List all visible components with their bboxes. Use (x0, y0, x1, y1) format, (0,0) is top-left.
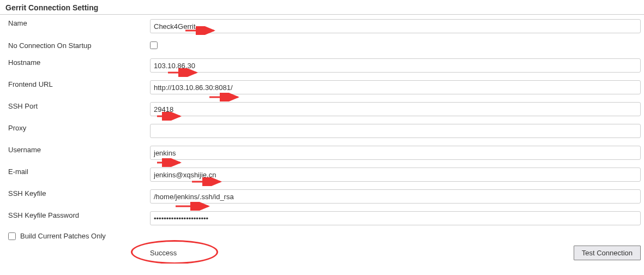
input-ssh-port[interactable] (150, 102, 641, 116)
checkbox-no-conn-startup[interactable] (150, 41, 158, 49)
label-email: E-mail (0, 168, 150, 176)
label-no-conn-startup: No Connection On Startup (0, 41, 150, 50)
label-proxy: Proxy (0, 124, 150, 132)
label-ssh-keyfile-pw: SSH Keyfile Password (0, 211, 150, 219)
form-table: Name No Connection On Startup Hostname F… (0, 15, 644, 264)
input-hostname[interactable] (150, 58, 641, 73)
label-frontend-url: Frontend URL (0, 80, 150, 88)
label-build-current: Build Current Patches Only (20, 232, 106, 240)
input-ssh-keyfile-pw[interactable] (150, 211, 641, 225)
label-username: Username (0, 146, 150, 154)
label-hostname: Hostname (0, 58, 150, 67)
status-text: Success (150, 249, 177, 257)
input-username[interactable] (150, 146, 641, 160)
input-ssh-keyfile[interactable] (150, 189, 641, 204)
label-ssh-port: SSH Port (0, 102, 150, 110)
input-email[interactable] (150, 168, 641, 182)
label-name: Name (0, 19, 150, 27)
checkbox-build-current[interactable] (8, 232, 16, 240)
input-proxy[interactable] (150, 124, 641, 138)
test-connection-button[interactable]: Test Connection (574, 246, 641, 260)
section-title: Gerrit Connection Setting (0, 0, 644, 15)
input-frontend-url[interactable] (150, 80, 641, 94)
label-ssh-keyfile: SSH Keyfile (0, 189, 150, 198)
input-name[interactable] (150, 19, 641, 33)
